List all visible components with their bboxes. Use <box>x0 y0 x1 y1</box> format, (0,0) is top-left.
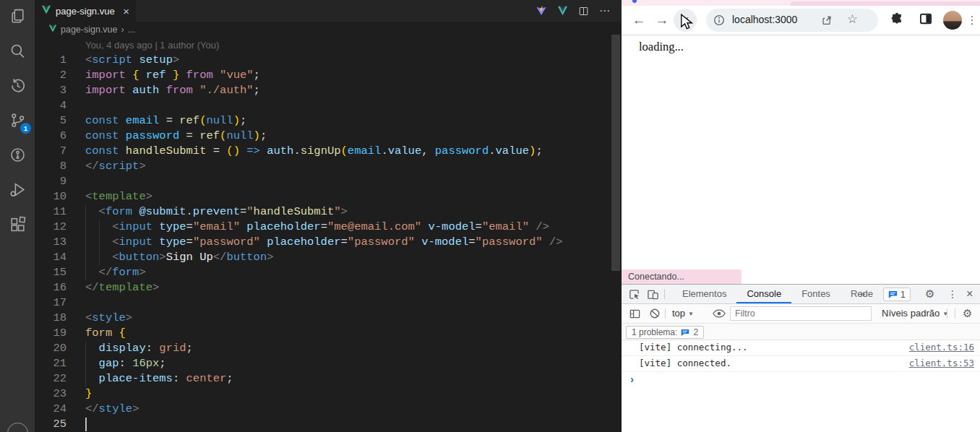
log-levels-selector[interactable]: Níveis padrão▼ <box>882 304 948 324</box>
bookmark-star-icon[interactable]: ☆ <box>847 12 858 27</box>
more-tabs-icon[interactable]: » <box>860 285 865 303</box>
code-line-22[interactable]: 22 place-items: center; <box>35 371 613 386</box>
code-line-9[interactable]: 9 <box>35 174 613 189</box>
more-actions-icon[interactable]: ⋯ <box>599 4 610 17</box>
code-line-14[interactable]: 14 <button>Sign Up</button> <box>35 250 613 265</box>
line-number: 25 <box>35 417 66 432</box>
line-number: 13 <box>35 235 66 250</box>
code-line-21[interactable]: 21 gap: 16px; <box>35 356 613 371</box>
profile-avatar[interactable] <box>943 11 962 30</box>
line-number: 8 <box>35 159 66 174</box>
divider <box>947 308 947 319</box>
code-line-7[interactable]: 7const handleSubmit = () => auth.signUp(… <box>35 144 613 159</box>
vue-file-icon <box>41 5 51 17</box>
divider <box>955 308 955 319</box>
code-line-6[interactable]: 6const password = ref(null); <box>35 129 613 144</box>
issues-chat-icon <box>888 290 898 298</box>
address-bar[interactable]: localhost:3000 ☆ <box>706 9 878 32</box>
context-selector[interactable]: top▼ <box>672 304 694 324</box>
devtools-tab-fontes[interactable]: Fontes <box>791 285 841 303</box>
code-line-23[interactable]: 23} <box>35 386 613 402</box>
files-activity-button[interactable] <box>0 0 35 35</box>
tab-close-icon[interactable]: × <box>123 6 129 17</box>
clear-console-icon[interactable] <box>649 308 661 322</box>
breadcrumb-file[interactable]: page-sign.vue <box>61 25 118 35</box>
device-toolbar-icon[interactable] <box>647 288 659 303</box>
divider <box>665 308 666 319</box>
indent-guide <box>99 250 100 265</box>
editor-scrollbar[interactable] <box>611 35 620 271</box>
console-source-link[interactable]: client.ts:53 <box>909 356 974 371</box>
code-line-2[interactable]: 2import { ref } from "vue"; <box>35 68 613 83</box>
problems-pill[interactable]: 1 problema: 2 <box>626 326 704 339</box>
devtools-tab-elementos[interactable]: Elementos <box>672 285 736 303</box>
console-message: [vite] connected.client.ts:53 <box>622 356 980 372</box>
code-editor[interactable]: You, 4 days ago | 1 author (You)1<script… <box>35 38 613 432</box>
inspect-element-icon[interactable] <box>628 288 640 303</box>
forward-button[interactable]: → <box>653 12 671 29</box>
page-loading-text: loading... <box>639 40 684 54</box>
devtools-tab-console[interactable]: Console <box>736 285 791 303</box>
code-line-13[interactable]: 13 <input type="password" placeholder="p… <box>35 235 613 250</box>
account-icon[interactable] <box>7 423 28 432</box>
line-number: 1 <box>35 53 66 68</box>
git-graph-icon <box>9 146 27 167</box>
code-line-16[interactable]: 16</template> <box>35 280 613 295</box>
vue-devtools-icon[interactable] <box>557 6 568 16</box>
files-icon <box>9 7 27 28</box>
extensions-activity-button[interactable] <box>0 208 35 243</box>
code-line-25[interactable]: 25 <box>35 417 613 432</box>
split-editor-icon[interactable] <box>578 6 589 17</box>
breadcrumb-more[interactable]: ... <box>128 25 135 35</box>
chevron-down-icon: ▼ <box>688 311 694 317</box>
console-toolbar: top▼ Níveis padrão▼ ⚙ <box>622 304 980 324</box>
code-line-8[interactable]: 8</script> <box>35 159 613 174</box>
devtools-settings-icon[interactable]: ⚙ <box>925 285 934 303</box>
debug-activity-button[interactable] <box>0 173 35 208</box>
vite-preview-icon[interactable] <box>536 5 547 17</box>
source-control-activity-button[interactable]: 1 <box>0 104 35 139</box>
devtools-close-icon[interactable]: × <box>966 285 973 303</box>
code-line-10[interactable]: 10<template> <box>35 189 613 204</box>
console-prompt[interactable]: › <box>622 372 980 389</box>
code-line-19[interactable]: 19form { <box>35 326 613 341</box>
code-line-18[interactable]: 18<style> <box>35 311 613 326</box>
console-settings-icon[interactable]: ⚙ <box>963 304 972 323</box>
console-sidebar-icon[interactable] <box>629 308 641 323</box>
console-source-link[interactable]: client.ts:16 <box>909 340 974 355</box>
code-line-12[interactable]: 12 <input type="email" placeholder="me@e… <box>35 220 613 235</box>
vscode-window: 1 page-sign.vue × ⋯ page-sign. <box>0 0 622 432</box>
search-activity-button[interactable] <box>0 35 35 69</box>
history-activity-button[interactable] <box>0 69 35 104</box>
indent-guide <box>85 204 86 220</box>
code-line-4[interactable]: 4 <box>35 98 613 113</box>
code-line-17[interactable]: 17 <box>35 295 613 311</box>
problems-count: 2 <box>693 327 698 337</box>
devtools-menu-icon[interactable]: ⋮ <box>947 285 958 303</box>
site-info-icon[interactable] <box>713 14 725 29</box>
filter-input[interactable] <box>730 306 872 321</box>
line-number: 23 <box>35 386 66 402</box>
code-line-5[interactable]: 5const email = ref(null); <box>35 113 613 129</box>
tab-favicon-dot <box>632 0 637 3</box>
live-expression-eye-icon[interactable] <box>713 308 726 321</box>
share-icon[interactable] <box>820 14 833 30</box>
code-line-15[interactable]: 15 </form> <box>35 265 613 280</box>
browser-menu-icon[interactable]: ⋮ <box>966 12 978 29</box>
breadcrumb[interactable]: page-sign.vue › ... <box>35 22 622 38</box>
code-line-3[interactable]: 3import auth from "./auth"; <box>35 83 613 98</box>
problems-label: 1 problema: <box>632 327 677 337</box>
line-number: 17 <box>35 295 66 311</box>
devtools-panel: ElementosConsoleFontesRede » 1 ⚙ ⋮ × top… <box>622 284 980 432</box>
code-line-1[interactable]: 1<script setup> <box>35 53 613 68</box>
code-line-24[interactable]: 24</style> <box>35 402 613 417</box>
side-panel-icon[interactable] <box>919 12 933 29</box>
code-line-11[interactable]: 11 <form @submit.prevent="handleSubmit"> <box>35 204 613 220</box>
extensions-puzzle-icon[interactable] <box>890 12 904 29</box>
code-line-20[interactable]: 20 display: grid; <box>35 341 613 356</box>
issues-counter[interactable]: 1 <box>883 288 911 301</box>
url-text[interactable]: localhost:3000 <box>732 14 797 25</box>
tab-page-sign-vue[interactable]: page-sign.vue × <box>35 0 136 22</box>
git-graph-activity-button[interactable] <box>0 139 35 173</box>
back-button[interactable]: ← <box>630 12 648 29</box>
